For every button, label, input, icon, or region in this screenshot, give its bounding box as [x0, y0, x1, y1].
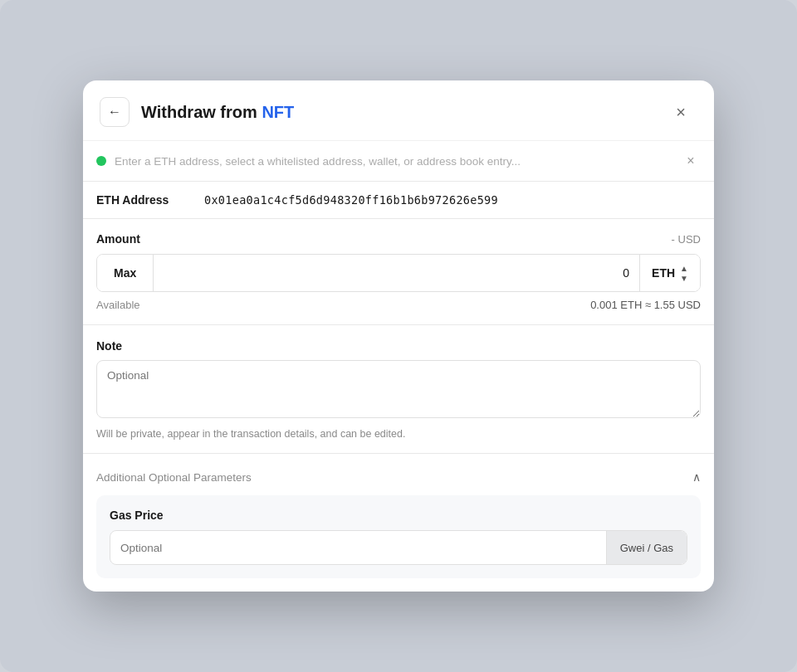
gas-price-section: Gas Price Gwei / Gas — [96, 495, 701, 578]
gas-price-label: Gas Price — [110, 509, 687, 522]
title-highlight: NFT — [262, 103, 294, 121]
close-button[interactable]: × — [667, 99, 694, 125]
back-arrow-icon: ← — [108, 105, 121, 119]
status-dot — [96, 156, 106, 166]
divider-1 — [83, 324, 714, 325]
gwei-unit-button[interactable]: Gwei / Gas — [606, 531, 687, 564]
amount-input[interactable] — [154, 255, 639, 291]
clear-address-button[interactable]: × — [681, 151, 701, 171]
available-amount: 0.001 ETH ≈ 1.55 USD — [590, 299, 701, 311]
currency-toggle-button[interactable]: ETH ▲ ▼ — [639, 255, 700, 291]
eth-address-row: ETH Address 0x01ea0a1c4cf5d6d948320ff16b… — [83, 182, 714, 219]
modal-title: Withdraw from NFT — [141, 103, 667, 122]
modal-body: Enter a ETH address, select a whiteliste… — [83, 141, 714, 578]
title-prefix: Withdraw from — [141, 103, 262, 121]
modal-overlay: ← Withdraw from NFT × Enter a ETH addres… — [0, 0, 797, 672]
available-label: Available — [96, 299, 140, 311]
currency-arrows-icon: ▲ ▼ — [680, 264, 688, 283]
divider-2 — [83, 453, 714, 454]
optional-params-toggle[interactable]: Additional Optional Parameters ∧ — [83, 457, 714, 495]
clear-icon: × — [687, 153, 694, 168]
max-button[interactable]: Max — [97, 255, 154, 291]
usd-label: - USD — [672, 233, 701, 246]
modal-container: ← Withdraw from NFT × Enter a ETH addres… — [83, 80, 714, 592]
note-section: Note Will be private, appear in the tran… — [83, 329, 714, 450]
note-label: Note — [96, 339, 122, 353]
amount-label: Amount — [96, 232, 140, 246]
amount-section: Amount - USD Max ETH ▲ ▼ Available — [83, 219, 714, 321]
note-input[interactable] — [96, 360, 701, 418]
note-hint-text: Will be private, appear in the transacti… — [96, 428, 701, 443]
amount-input-row: Max ETH ▲ ▼ — [96, 254, 701, 292]
currency-label: ETH — [652, 266, 675, 280]
close-icon: × — [676, 103, 686, 122]
modal-header: ← Withdraw from NFT × — [83, 80, 714, 141]
address-placeholder-text: Enter a ETH address, select a whiteliste… — [115, 155, 672, 168]
gas-input-row: Gwei / Gas — [110, 530, 687, 565]
eth-address-value: 0x01ea0a1c4cf5d6d948320ff16b1b6b972626e5… — [204, 193, 498, 207]
eth-address-label: ETH Address — [96, 193, 204, 207]
back-button[interactable]: ← — [100, 97, 130, 127]
optional-params-label: Additional Optional Parameters — [96, 471, 252, 484]
gas-price-input[interactable] — [110, 531, 606, 564]
address-input-row: Enter a ETH address, select a whiteliste… — [83, 141, 714, 182]
chevron-up-icon: ∧ — [692, 470, 701, 484]
available-row: Available 0.001 ETH ≈ 1.55 USD — [96, 292, 701, 314]
amount-header: Amount - USD — [96, 232, 701, 246]
